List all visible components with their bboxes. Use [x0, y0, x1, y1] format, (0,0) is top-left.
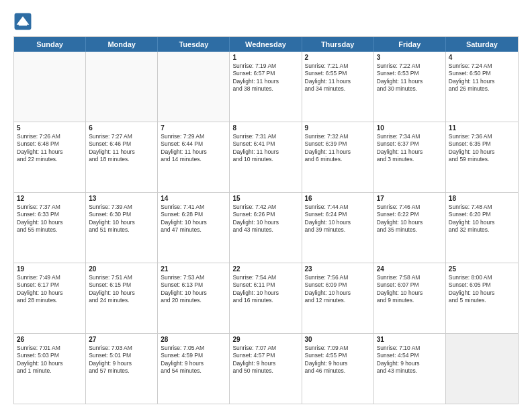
header-day-sunday: Sunday [14, 37, 86, 52]
day-number: 26 [17, 336, 83, 343]
day-number: 6 [89, 124, 154, 132]
calendar-cell: 30Sunrise: 7:09 AM Sunset: 4:55 PM Dayli… [302, 334, 374, 404]
calendar-cell: 28Sunrise: 7:05 AM Sunset: 4:59 PM Dayli… [158, 334, 230, 404]
day-info: Sunrise: 7:07 AM Sunset: 4:57 PM Dayligh… [232, 345, 298, 375]
calendar-cell [158, 52, 230, 122]
day-info: Sunrise: 7:03 AM Sunset: 5:01 PM Dayligh… [89, 345, 154, 375]
day-number: 22 [232, 265, 298, 273]
calendar-row-4: 26Sunrise: 7:01 AM Sunset: 5:03 PM Dayli… [14, 334, 518, 404]
day-info: Sunrise: 7:29 AM Sunset: 6:44 PM Dayligh… [161, 133, 226, 164]
calendar-cell: 22Sunrise: 7:54 AM Sunset: 6:11 PM Dayli… [230, 263, 302, 333]
calendar-row-0: 1Sunrise: 7:19 AM Sunset: 6:57 PM Daylig… [14, 52, 518, 122]
calendar-cell: 13Sunrise: 7:39 AM Sunset: 6:30 PM Dayli… [86, 193, 158, 263]
calendar-cell: 24Sunrise: 7:58 AM Sunset: 6:07 PM Dayli… [374, 263, 446, 333]
day-number: 20 [89, 265, 154, 273]
calendar-cell: 20Sunrise: 7:51 AM Sunset: 6:15 PM Dayli… [86, 263, 158, 333]
day-info: Sunrise: 7:27 AM Sunset: 6:46 PM Dayligh… [89, 133, 154, 164]
day-info: Sunrise: 7:53 AM Sunset: 6:13 PM Dayligh… [161, 274, 226, 305]
day-info: Sunrise: 7:10 AM Sunset: 4:54 PM Dayligh… [377, 345, 443, 375]
day-info: Sunrise: 7:48 AM Sunset: 6:20 PM Dayligh… [449, 203, 515, 234]
calendar-cell: 31Sunrise: 7:10 AM Sunset: 4:54 PM Dayli… [374, 334, 446, 404]
day-info: Sunrise: 7:19 AM Sunset: 6:57 PM Dayligh… [232, 62, 298, 93]
day-number: 25 [449, 265, 515, 273]
day-info: Sunrise: 7:42 AM Sunset: 6:26 PM Dayligh… [232, 203, 298, 234]
day-number: 28 [161, 336, 226, 343]
day-number: 17 [377, 195, 443, 202]
day-number: 24 [377, 265, 443, 273]
day-number: 12 [17, 195, 83, 202]
day-number: 15 [232, 195, 298, 202]
calendar-cell: 10Sunrise: 7:34 AM Sunset: 6:37 PM Dayli… [374, 122, 446, 192]
day-info: Sunrise: 7:58 AM Sunset: 6:07 PM Dayligh… [377, 274, 443, 305]
calendar-cell: 23Sunrise: 7:56 AM Sunset: 6:09 PM Dayli… [302, 263, 374, 333]
logo [13, 12, 35, 31]
day-number: 27 [89, 336, 154, 343]
svg-rect-2 [19, 24, 27, 26]
day-info: Sunrise: 7:46 AM Sunset: 6:22 PM Dayligh… [377, 203, 443, 234]
calendar-cell: 15Sunrise: 7:42 AM Sunset: 6:26 PM Dayli… [230, 193, 302, 263]
day-info: Sunrise: 7:39 AM Sunset: 6:30 PM Dayligh… [89, 203, 154, 234]
day-info: Sunrise: 7:21 AM Sunset: 6:55 PM Dayligh… [305, 62, 371, 93]
calendar-header: SundayMondayTuesdayWednesdayThursdayFrid… [14, 37, 518, 52]
day-info: Sunrise: 7:32 AM Sunset: 6:39 PM Dayligh… [305, 133, 371, 164]
calendar-body: 1Sunrise: 7:19 AM Sunset: 6:57 PM Daylig… [14, 52, 518, 404]
day-number: 3 [377, 54, 443, 61]
calendar-cell: 11Sunrise: 7:36 AM Sunset: 6:35 PM Dayli… [446, 122, 518, 192]
day-number: 13 [89, 195, 154, 202]
calendar-cell: 6Sunrise: 7:27 AM Sunset: 6:46 PM Daylig… [86, 122, 158, 192]
day-number: 11 [449, 124, 515, 132]
calendar-cell: 9Sunrise: 7:32 AM Sunset: 6:39 PM Daylig… [302, 122, 374, 192]
day-info: Sunrise: 7:26 AM Sunset: 6:48 PM Dayligh… [17, 133, 83, 164]
day-number: 5 [17, 124, 83, 132]
calendar-cell [446, 334, 518, 404]
day-number: 8 [232, 124, 298, 132]
day-number: 19 [17, 265, 83, 273]
calendar-cell: 4Sunrise: 7:24 AM Sunset: 6:50 PM Daylig… [446, 52, 518, 122]
day-info: Sunrise: 7:54 AM Sunset: 6:11 PM Dayligh… [232, 274, 298, 305]
day-number: 30 [305, 336, 371, 343]
day-info: Sunrise: 7:01 AM Sunset: 5:03 PM Dayligh… [17, 345, 83, 375]
page: SundayMondayTuesdayWednesdayThursdayFrid… [0, 0, 532, 411]
day-info: Sunrise: 7:56 AM Sunset: 6:09 PM Dayligh… [305, 274, 371, 305]
calendar-cell: 14Sunrise: 7:41 AM Sunset: 6:28 PM Dayli… [158, 193, 230, 263]
header-day-friday: Friday [374, 37, 446, 52]
header-day-wednesday: Wednesday [230, 37, 302, 52]
day-info: Sunrise: 7:41 AM Sunset: 6:28 PM Dayligh… [161, 203, 226, 234]
calendar-cell: 19Sunrise: 7:49 AM Sunset: 6:17 PM Dayli… [14, 263, 86, 333]
day-number: 10 [377, 124, 443, 132]
day-info: Sunrise: 7:22 AM Sunset: 6:53 PM Dayligh… [377, 62, 443, 93]
day-info: Sunrise: 7:51 AM Sunset: 6:15 PM Dayligh… [89, 274, 154, 305]
day-info: Sunrise: 7:34 AM Sunset: 6:37 PM Dayligh… [377, 133, 443, 164]
day-number: 2 [305, 54, 371, 61]
calendar-cell [14, 52, 86, 122]
logo-icon [13, 12, 32, 31]
calendar-cell [86, 52, 158, 122]
header-day-monday: Monday [86, 37, 158, 52]
calendar: SundayMondayTuesdayWednesdayThursdayFrid… [13, 36, 519, 404]
calendar-cell: 5Sunrise: 7:26 AM Sunset: 6:48 PM Daylig… [14, 122, 86, 192]
day-number: 9 [305, 124, 371, 132]
calendar-cell: 7Sunrise: 7:29 AM Sunset: 6:44 PM Daylig… [158, 122, 230, 192]
day-number: 21 [161, 265, 226, 273]
day-number: 18 [449, 195, 515, 202]
calendar-cell: 29Sunrise: 7:07 AM Sunset: 4:57 PM Dayli… [230, 334, 302, 404]
day-number: 14 [161, 195, 226, 202]
calendar-cell: 17Sunrise: 7:46 AM Sunset: 6:22 PM Dayli… [374, 193, 446, 263]
calendar-cell: 1Sunrise: 7:19 AM Sunset: 6:57 PM Daylig… [230, 52, 302, 122]
calendar-cell: 21Sunrise: 7:53 AM Sunset: 6:13 PM Dayli… [158, 263, 230, 333]
day-number: 29 [232, 336, 298, 343]
calendar-cell: 27Sunrise: 7:03 AM Sunset: 5:01 PM Dayli… [86, 334, 158, 404]
day-info: Sunrise: 7:24 AM Sunset: 6:50 PM Dayligh… [449, 62, 515, 93]
calendar-row-3: 19Sunrise: 7:49 AM Sunset: 6:17 PM Dayli… [14, 263, 518, 334]
day-info: Sunrise: 7:37 AM Sunset: 6:33 PM Dayligh… [17, 203, 83, 234]
calendar-cell: 25Sunrise: 8:00 AM Sunset: 6:05 PM Dayli… [446, 263, 518, 333]
calendar-cell: 12Sunrise: 7:37 AM Sunset: 6:33 PM Dayli… [14, 193, 86, 263]
day-info: Sunrise: 7:36 AM Sunset: 6:35 PM Dayligh… [449, 133, 515, 164]
calendar-row-1: 5Sunrise: 7:26 AM Sunset: 6:48 PM Daylig… [14, 122, 518, 193]
calendar-cell: 8Sunrise: 7:31 AM Sunset: 6:41 PM Daylig… [230, 122, 302, 192]
header [13, 12, 519, 31]
calendar-cell: 3Sunrise: 7:22 AM Sunset: 6:53 PM Daylig… [374, 52, 446, 122]
calendar-cell: 26Sunrise: 7:01 AM Sunset: 5:03 PM Dayli… [14, 334, 86, 404]
header-day-tuesday: Tuesday [158, 37, 230, 52]
day-info: Sunrise: 8:00 AM Sunset: 6:05 PM Dayligh… [449, 274, 515, 305]
